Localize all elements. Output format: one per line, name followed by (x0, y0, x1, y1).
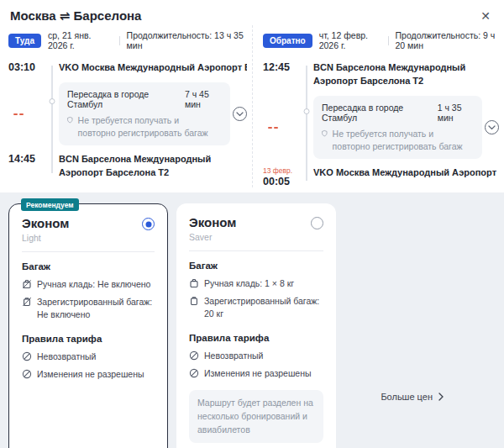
depart-airport: VKO Москва Международный Аэропорт Внуков… (59, 61, 247, 75)
arrive-time: 14:45 (8, 153, 45, 165)
rules-header: Правила тарифа (189, 333, 323, 343)
depart-time: 03:10 (8, 61, 45, 75)
transfer-note: Не требуется получать и повторно регистр… (78, 114, 218, 139)
leg-duration: Продолжительность: 9 ч 20 мин (396, 30, 499, 50)
prohibited-icon (189, 350, 199, 361)
arrive-airport: BCN Барселона Международный Аэропорт Бар… (59, 153, 247, 180)
shield-icon (322, 128, 328, 139)
flight-legs: Туда ср, 21 янв. 2026 г. Продолжительнос… (0, 25, 504, 192)
arrive-time-wrap: 14:45 (8, 153, 45, 180)
suitcase-icon (189, 296, 199, 306)
hand-luggage-item: Ручная кладь: Не включено (22, 278, 155, 290)
arrive-time: 00:05 (263, 176, 300, 187)
divider (119, 36, 120, 45)
fare-selection-section: Рекомендуем Эконом Light Багаж Ручная кл… (0, 192, 504, 448)
fare-card-saver[interactable]: Эконом Saver Багаж Ручная кладь: 1 × 8 к… (176, 203, 336, 448)
timeline-line (45, 61, 59, 180)
more-prices-button[interactable]: Больше цен (381, 392, 444, 402)
arrive-airport: VKO Москва Международный Аэропорт Внуков… (313, 166, 499, 187)
transfer-node-icon (50, 98, 55, 104)
checked-baggage-item: Зарегистрированный багаж: Не включено (22, 296, 155, 319)
recommended-badge: Рекомендуем (21, 198, 79, 211)
airline-logo-icon (268, 127, 300, 129)
prohibited-icon (22, 351, 32, 361)
rules-header: Правила тарифа (22, 334, 155, 344)
arrive-time-wrap: 13 февр. 00:05 (263, 166, 300, 187)
transfer-note: Не требуется получать и повторно регистр… (333, 128, 473, 152)
suitcase-crossed-icon (22, 297, 32, 307)
transfer-box: Пересадка в городе Стамбул 7 ч 45 мин Не… (59, 82, 230, 145)
rule-item: Изменения не разрешены (22, 368, 155, 380)
transfer-title: Пересадка в городе Стамбул (67, 89, 171, 109)
prohibited-icon (22, 369, 32, 379)
timeline-line (300, 61, 313, 187)
close-icon[interactable]: ✕ (479, 8, 492, 24)
shield-icon (67, 114, 73, 125)
leg-outbound-timeline: 03:10 VKO Москва Международный Аэропорт … (8, 61, 247, 180)
fare-title: Эконом (189, 215, 236, 229)
depart-airport: BCN Барселона Международный Аэропорт Бар… (313, 61, 499, 88)
rule-item: Невозвратный (22, 350, 155, 362)
checked-baggage-item: Зарегистрированный багаж: 20 кг (189, 295, 323, 319)
rule-item: Изменения не разрешены (189, 367, 323, 379)
hand-bag-crossed-icon (22, 279, 32, 289)
airline-logo-icon (13, 113, 45, 115)
transfer-box: Пересадка в городе Стамбул 1 ч 35 мин Не… (313, 96, 482, 159)
fare-card-light[interactable]: Рекомендуем Эконом Light Багаж Ручная кл… (8, 203, 168, 448)
leg-date: чт, 12 февр. 2026 г. (319, 30, 381, 50)
divider (388, 36, 389, 45)
fare-title: Эконом (22, 216, 69, 230)
baggage-header: Багаж (189, 261, 323, 271)
fare-radio-selected[interactable] (142, 218, 155, 230)
prohibited-icon (189, 368, 199, 378)
leg-return-meta: Обратно чт, 12 февр. 2026 г. Продолжител… (263, 30, 499, 50)
arrive-date: 13 февр. (263, 166, 300, 175)
rule-item: Невозвратный (189, 350, 323, 361)
expand-segment-button[interactable] (485, 120, 499, 134)
chevron-down-icon (488, 125, 496, 130)
hand-bag-icon (189, 278, 199, 288)
modal-header: Москва ⇌ Барселона ✕ (0, 0, 504, 25)
leg-outbound-meta: Туда ср, 21 янв. 2026 г. Продолжительнос… (8, 30, 247, 50)
depart-time: 12:45 (263, 61, 300, 88)
expand-segment-button[interactable] (233, 107, 247, 121)
split-booking-warning: Маршрут будет разделен на несколько брон… (189, 390, 323, 443)
chevron-right-icon (438, 393, 444, 401)
transfer-duration: 1 ч 35 мин (438, 103, 474, 123)
direction-badge: Обратно (263, 34, 312, 48)
leg-return: Обратно чт, 12 февр. 2026 г. Продолжител… (252, 25, 504, 187)
flight-details-modal: Москва ⇌ Барселона ✕ Туда ср, 21 янв. 20… (0, 0, 504, 448)
fare-radio-unselected[interactable] (311, 217, 323, 229)
leg-outbound: Туда ср, 21 янв. 2026 г. Продолжительнос… (0, 25, 252, 187)
page-title: Москва ⇌ Барселона (10, 8, 141, 24)
leg-date: ср, 21 янв. 2026 г. (48, 30, 113, 50)
fare-subtitle: Saver (189, 232, 323, 242)
leg-duration: Продолжительность: 13 ч 35 мин (127, 30, 247, 50)
direction-badge: Туда (8, 34, 41, 48)
leg-return-timeline: 12:45 BCN Барселона Международный Аэропо… (263, 61, 499, 187)
transfer-node-icon (304, 108, 310, 114)
fare-subtitle: Light (22, 233, 155, 243)
chevron-down-icon (236, 112, 244, 117)
transfer-duration: 7 ч 45 мин (185, 89, 222, 109)
hand-luggage-item: Ручная кладь: 1 × 8 кг (189, 277, 323, 289)
divider (22, 251, 155, 252)
transfer-title: Пересадка в городе Стамбул (322, 103, 424, 123)
fare-cards: Рекомендуем Эконом Light Багаж Ручная кл… (8, 203, 496, 448)
baggage-header: Багаж (22, 261, 155, 271)
divider (189, 250, 323, 251)
